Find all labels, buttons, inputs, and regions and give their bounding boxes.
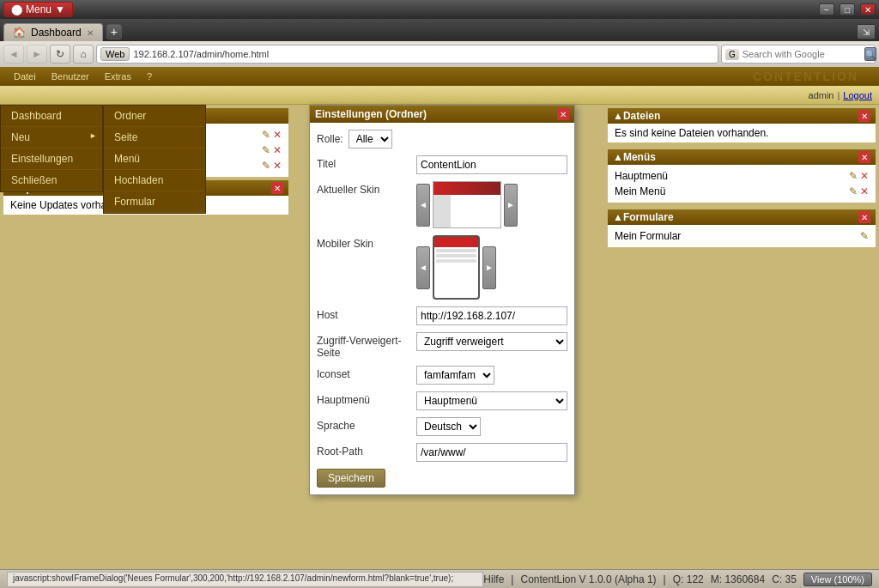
hauptmenu-select[interactable]: Hauptmenü bbox=[416, 391, 567, 410]
back-button[interactable]: ◄ bbox=[3, 45, 24, 64]
rolle-select[interactable]: Alle bbox=[349, 130, 392, 149]
sprache-select[interactable]: Deutsch bbox=[416, 417, 481, 436]
modal-close-button[interactable]: ✕ bbox=[557, 108, 569, 120]
minimize-button[interactable]: − bbox=[819, 3, 834, 15]
web-label: Web bbox=[100, 47, 130, 61]
delete-startseite[interactable]: ✕ bbox=[273, 129, 282, 141]
submenu-hochladen[interactable]: Hochladen bbox=[104, 170, 205, 191]
save-button[interactable]: Speichern bbox=[317, 469, 385, 488]
menu-item-schliessen[interactable]: Schließen bbox=[1, 170, 102, 191]
host-row: Host bbox=[317, 306, 567, 325]
admin-label: admin bbox=[809, 90, 834, 100]
edit-meinmenu[interactable]: ✎ bbox=[849, 185, 858, 197]
title-bar: ⬤ Menu ▼ − □ ✕ bbox=[0, 0, 879, 19]
submenu-ordner[interactable]: Ordner bbox=[104, 106, 205, 127]
delete-login[interactable]: ✕ bbox=[273, 144, 282, 156]
edit-meinformular[interactable]: ✎ bbox=[860, 230, 869, 242]
google-search-icon: G bbox=[725, 49, 739, 60]
iconset-label: Iconset bbox=[317, 366, 411, 380]
c-label: C: 35 bbox=[772, 573, 797, 585]
updater-close-btn[interactable]: ✕ bbox=[271, 182, 283, 194]
edit-startseite[interactable]: ✎ bbox=[262, 129, 270, 141]
menus-panel: ▲ Menüs ✕ Hauptmenü ✎ ✕ Mein Menü bbox=[608, 149, 876, 203]
dashboard-tab[interactable]: 🏠 Dashboard ✕ bbox=[3, 23, 103, 41]
new-tab-button[interactable]: + bbox=[106, 24, 122, 39]
search-go-button[interactable]: 🔍 bbox=[864, 47, 876, 61]
skin-next-btn[interactable]: ► bbox=[504, 184, 518, 227]
formulare-close-btn[interactable]: ✕ bbox=[858, 211, 870, 223]
sprache-label: Sprache bbox=[317, 417, 411, 432]
mobile-skin-next: ► bbox=[482, 246, 496, 289]
host-input[interactable] bbox=[416, 306, 567, 325]
delete-hauptmenu[interactable]: ✕ bbox=[860, 170, 869, 182]
iconset-container: famfamfam bbox=[416, 366, 494, 385]
menu-label-meinmenu: Mein Menü bbox=[615, 185, 665, 197]
modal-container: Einstellungen (Ordner) ✕ Rolle: Alle Tit… bbox=[292, 105, 575, 495]
menu-datei[interactable]: Datei bbox=[7, 70, 43, 83]
edit-login[interactable]: ✎ bbox=[262, 144, 270, 156]
titel-label: Titel bbox=[317, 155, 411, 170]
address-input[interactable] bbox=[133, 49, 714, 59]
pipe-separator: | bbox=[511, 573, 513, 585]
tab-favicon: 🏠 bbox=[13, 27, 26, 39]
zugriff-actions: ✎ ✕ bbox=[262, 160, 282, 172]
save-row: Speichern bbox=[317, 469, 567, 488]
nav-bar: ◄ ► ↻ ⌂ Web G 🔍 bbox=[0, 41, 879, 67]
tab-close-button[interactable]: ✕ bbox=[87, 28, 94, 38]
address-bar: Web bbox=[96, 45, 718, 64]
m-label: M: 1360684 bbox=[711, 573, 765, 585]
close-button[interactable]: ✕ bbox=[860, 3, 876, 15]
menu-help[interactable]: ? bbox=[140, 70, 159, 83]
menus-header: ▲ Menüs ✕ bbox=[608, 149, 876, 165]
formulare-title: Formulare bbox=[623, 211, 674, 223]
rootpath-input[interactable] bbox=[416, 443, 567, 462]
hauptmenu-row: Hauptmenü Hauptmenü bbox=[317, 391, 567, 410]
menu-item-dashboard[interactable]: Dashboard bbox=[1, 106, 102, 127]
mobile-skin-next-btn[interactable]: ► bbox=[482, 246, 496, 289]
skin-label: Aktueller Skin bbox=[317, 181, 411, 196]
view-button[interactable]: View (100%) bbox=[803, 573, 872, 586]
reload-button[interactable]: ↻ bbox=[50, 45, 70, 64]
startseite-actions: ✎ ✕ bbox=[262, 129, 282, 141]
submenu-seite[interactable]: Seite bbox=[104, 127, 205, 149]
skin-sidebar bbox=[433, 195, 451, 227]
nav-extra-btn[interactable]: ⇲ bbox=[857, 24, 876, 39]
menus-close-btn[interactable]: ✕ bbox=[858, 151, 870, 163]
titel-input[interactable] bbox=[416, 155, 567, 174]
forward-button[interactable]: ► bbox=[27, 45, 47, 64]
menu-item-einstellungen[interactable]: Einstellungen bbox=[1, 149, 102, 170]
edit-hauptmenu[interactable]: ✎ bbox=[849, 170, 858, 182]
formulare-panel: ▲ Formulare ✕ Mein Formular ✎ bbox=[608, 209, 876, 247]
delete-meinmenu[interactable]: ✕ bbox=[860, 185, 869, 197]
logout-link[interactable]: Logout bbox=[843, 90, 872, 100]
skin-prev-arrow: ◄ bbox=[416, 184, 430, 227]
tab-label: Dashboard bbox=[31, 27, 82, 39]
mobile-skin-prev: ◄ bbox=[416, 246, 430, 289]
dropdown-overlay: Dashboard Neu Einstellungen Schließen Or… bbox=[0, 105, 103, 192]
maximize-button[interactable]: □ bbox=[840, 3, 855, 15]
opera-icon: ⬤ bbox=[11, 3, 22, 15]
skin-prev-btn[interactable]: ◄ bbox=[416, 184, 430, 227]
iconset-select[interactable]: famfamfam bbox=[416, 366, 494, 385]
hauptmenu-label: Hauptmenü bbox=[317, 391, 411, 406]
menu-button[interactable]: ⬤ Menu ▼ bbox=[3, 2, 73, 17]
submenu-menu[interactable]: Menü bbox=[104, 149, 205, 170]
rolle-label: Rolle: bbox=[317, 133, 343, 145]
skin-preview-inner bbox=[433, 182, 500, 227]
skin-row: Aktueller Skin ◄ bbox=[317, 181, 567, 228]
menu-extras[interactable]: Extras bbox=[98, 70, 138, 83]
menu-item-neu[interactable]: Neu bbox=[1, 127, 102, 149]
menu-benutzer[interactable]: Benutzer bbox=[45, 70, 96, 83]
edit-zugriff[interactable]: ✎ bbox=[262, 160, 270, 172]
mobile-skin-prev-btn[interactable]: ◄ bbox=[416, 246, 430, 289]
mobile-content bbox=[434, 247, 478, 298]
dateien-close-btn[interactable]: ✕ bbox=[858, 110, 870, 122]
submenu-formular[interactable]: Formular bbox=[104, 191, 205, 213]
home-button[interactable]: ⌂ bbox=[73, 45, 94, 64]
skin-next-arrow: ► bbox=[504, 184, 518, 227]
menu-item-meinmenu: Mein Menü ✎ ✕ bbox=[615, 184, 869, 199]
zugriff-select[interactable]: Zugriff verweigert bbox=[416, 332, 567, 351]
search-input[interactable] bbox=[743, 49, 861, 59]
delete-zugriff[interactable]: ✕ bbox=[273, 160, 282, 172]
help-label[interactable]: Hilfe bbox=[483, 573, 504, 585]
